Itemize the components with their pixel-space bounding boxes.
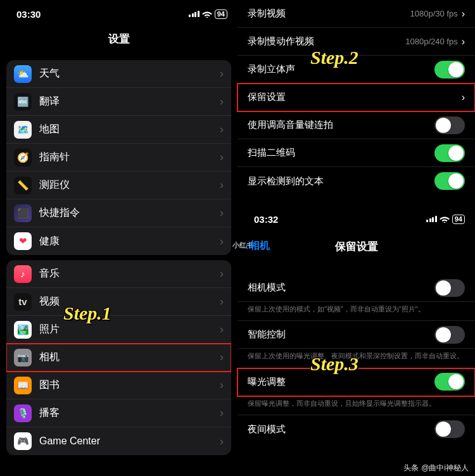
preserve-settings-screen: 03:32 94 小红书 ‹相机 保留设置 相机模式 保留上次使用的模式，如"视… xyxy=(238,205,475,443)
row-preserve-settings[interactable]: 保留设置› xyxy=(238,84,475,111)
toggle-stereo[interactable] xyxy=(434,61,465,78)
page-title: 保留设置 xyxy=(335,241,378,253)
back-button[interactable]: ‹相机 xyxy=(245,239,270,253)
chevron-right-icon: › xyxy=(220,95,224,108)
chevron-right-icon: › xyxy=(220,267,224,280)
measure-icon: 📏 xyxy=(14,177,32,194)
maps-icon: 🗺️ xyxy=(14,121,32,139)
row-smart-controls: 智能控制 xyxy=(238,321,475,349)
row-compass[interactable]: 🧭指南针› xyxy=(6,144,231,172)
page-title: 设置 xyxy=(0,28,238,55)
chevron-right-icon: › xyxy=(220,435,224,448)
row-maps[interactable]: 🗺️地图› xyxy=(6,116,231,144)
chevron-right-icon: › xyxy=(220,151,224,164)
compass-icon: 🧭 xyxy=(14,149,32,166)
toggle-night-mode[interactable] xyxy=(434,420,465,438)
row-weather[interactable]: ⛅天气› xyxy=(6,60,231,88)
row-measure[interactable]: 📏测距仪› xyxy=(6,172,231,199)
battery-icon: 94 xyxy=(452,215,465,224)
row-tv[interactable]: tv视频› xyxy=(6,288,231,316)
translate-icon: 🔤 xyxy=(14,93,32,111)
row-exposure: 曝光调整 xyxy=(238,368,475,396)
camera-icon: 📷 xyxy=(14,349,32,366)
battery-icon: 94 xyxy=(215,9,227,19)
photos-icon: 🏞️ xyxy=(14,321,32,339)
row-record-video[interactable]: 录制视频1080p/30 fps› xyxy=(238,0,475,28)
chevron-right-icon: › xyxy=(462,92,465,103)
camera-settings-screen: 录制视频1080p/30 fps› 录制慢动作视频1080p/240 fps› … xyxy=(238,0,475,195)
toggle-volume-burst[interactable] xyxy=(434,116,465,134)
toggle-camera-mode[interactable] xyxy=(434,279,465,297)
toggle-exposure[interactable] xyxy=(434,373,465,391)
status-bar: 03:32 94 xyxy=(238,205,475,233)
chevron-right-icon: › xyxy=(220,323,224,336)
toggle-detected-text[interactable] xyxy=(434,172,465,190)
chevron-right-icon: › xyxy=(462,36,465,47)
shortcuts-icon: ⬛ xyxy=(14,204,32,222)
chevron-right-icon: › xyxy=(220,351,224,364)
wifi-icon xyxy=(440,215,450,223)
source-credit: 头条 @曲中i神秘人 xyxy=(403,463,469,473)
row-music[interactable]: ♪音乐› xyxy=(6,260,231,288)
chevron-right-icon: › xyxy=(220,67,224,80)
podcasts-icon: 🎙️ xyxy=(14,404,32,422)
row-books[interactable]: 📖图书› xyxy=(6,372,231,399)
row-camera[interactable]: 📷相机› xyxy=(6,344,231,372)
camera-mode-desc: 保留上次使用的模式，如"视频"，而非自动重设为"照片"。 xyxy=(238,302,475,321)
books-icon: 📖 xyxy=(14,377,32,394)
row-camera-mode: 相机模式 xyxy=(238,274,475,302)
toggle-scan-qr[interactable] xyxy=(434,144,465,162)
row-volume-burst: 使用调高音量键连拍 xyxy=(238,111,475,139)
chevron-left-icon: ‹ xyxy=(245,241,248,252)
chevron-right-icon: › xyxy=(220,178,224,192)
cellular-icon xyxy=(426,216,437,222)
settings-group-system: ⛅天气› 🔤翻译› 🗺️地图› 🧭指南针› 📏测距仪› ⬛快捷指令› ❤健康› xyxy=(6,60,231,255)
row-gamecenter[interactable]: 🎮Game Center› xyxy=(6,427,231,455)
gamecenter-icon: 🎮 xyxy=(14,432,32,450)
status-bar: 03:30 94 xyxy=(0,0,238,28)
settings-root-screen: 03:30 94 设置 ⛅天气› 🔤翻译› 🗺️地图› 🧭指南针› 📏测距仪› … xyxy=(0,0,238,476)
chevron-right-icon: › xyxy=(220,206,224,220)
chevron-right-icon: › xyxy=(220,235,224,248)
row-detected-text: 显示检测到的文本 xyxy=(238,167,475,195)
smart-controls-desc: 保留上次使用的曝光调整、夜间模式和景深控制设置，而非自动重设。 xyxy=(238,349,475,368)
settings-group-media: ♪音乐› tv视频› 🏞️照片› 📷相机› 📖图书› 🎙️播客› 🎮Game C… xyxy=(6,260,231,455)
row-night-mode: 夜间模式 xyxy=(238,415,475,443)
row-record-slomo[interactable]: 录制慢动作视频1080p/240 fps› xyxy=(238,28,475,56)
row-stereo: 录制立体声 xyxy=(238,56,475,84)
chevron-right-icon: › xyxy=(220,123,224,136)
chevron-right-icon: › xyxy=(220,295,224,308)
health-icon: ❤ xyxy=(14,232,32,250)
row-translate[interactable]: 🔤翻译› xyxy=(6,88,231,116)
row-shortcuts[interactable]: ⬛快捷指令› xyxy=(6,199,231,227)
wifi-icon xyxy=(202,10,212,18)
chevron-right-icon: › xyxy=(220,379,224,392)
status-time: 03:32 xyxy=(254,214,278,225)
row-health[interactable]: ❤健康› xyxy=(6,227,231,255)
cellular-icon xyxy=(189,11,200,17)
chevron-right-icon: › xyxy=(220,406,224,420)
tv-icon: tv xyxy=(14,293,32,311)
row-photos[interactable]: 🏞️照片› xyxy=(6,316,231,344)
music-icon: ♪ xyxy=(14,265,32,283)
weather-icon: ⛅ xyxy=(14,65,32,83)
toggle-smart-controls[interactable] xyxy=(434,326,465,344)
exposure-desc: 保留曝光调整，而非自动重设，且始终显示曝光调整指示器。 xyxy=(238,396,475,415)
status-time: 03:30 xyxy=(16,9,41,20)
chevron-right-icon: › xyxy=(462,8,465,20)
row-podcasts[interactable]: 🎙️播客› xyxy=(6,399,231,427)
row-scan-qr: 扫描二维码 xyxy=(238,139,475,167)
